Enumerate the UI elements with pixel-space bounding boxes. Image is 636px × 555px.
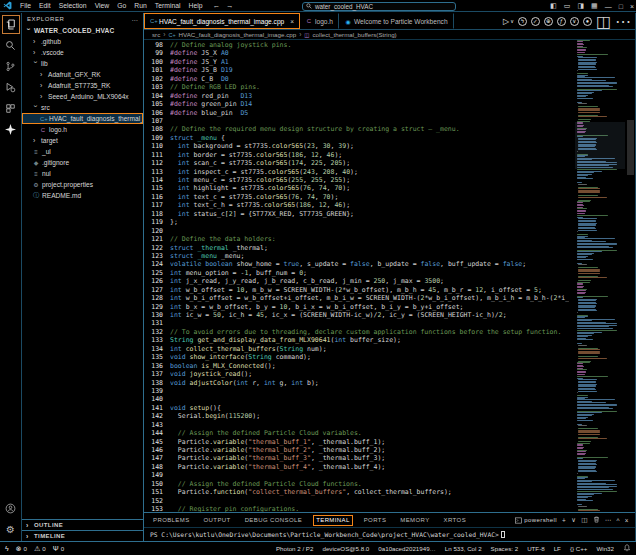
source-control-icon[interactable] xyxy=(2,57,20,76)
tree-item-water-cooled-hvac[interactable]: ›WATER_COOLED_HVAC xyxy=(22,25,143,36)
close-panel-icon[interactable]: × xyxy=(625,517,629,524)
status-errors[interactable]: ⊗0 xyxy=(16,545,27,553)
particle-flash-icon[interactable]: ϟ xyxy=(518,17,527,26)
panel-tab-terminal[interactable]: TERMINAL xyxy=(313,515,353,526)
menu-file[interactable]: File xyxy=(16,2,35,9)
forward-arrow-icon[interactable]: → xyxy=(226,1,234,10)
status-warnings[interactable]: ⚠0 xyxy=(34,545,46,553)
tree-item-project-properties[interactable]: ⚙project.properties xyxy=(22,179,143,190)
panel-tab-problems[interactable]: PROBLEMS xyxy=(150,515,193,526)
split-terminal-icon[interactable]: ◫ xyxy=(581,516,587,524)
tree-item-adafruit-gfx-rk[interactable]: ›Adafruit_GFX_RK xyxy=(22,69,143,80)
panel-tab-memory[interactable]: MEMORY xyxy=(397,515,432,526)
particle-compile-icon[interactable]: ✓ xyxy=(531,17,540,26)
menu-go[interactable]: Go xyxy=(113,2,130,9)
particle-cloud-flash-icon[interactable]: ⊕ xyxy=(544,17,553,26)
particle-monitor-icon[interactable]: ● xyxy=(583,17,592,26)
tree-item-lib[interactable]: ›lib xyxy=(22,58,143,69)
status-eol[interactable]: LF xyxy=(554,545,561,552)
search-value: water_cooled_HVAC xyxy=(315,3,373,10)
sidebar-section-outline[interactable]: ›OUTLINE xyxy=(22,519,143,530)
extensions-icon[interactable] xyxy=(2,99,20,118)
run-debug-icon[interactable] xyxy=(2,78,20,97)
code-text: void joystick_read(); xyxy=(170,370,569,378)
menu-selection[interactable]: Selection xyxy=(55,2,91,9)
settings-gear-icon[interactable]: ⚙ xyxy=(2,520,20,539)
git-file-icon: ◆ xyxy=(33,159,39,166)
terminal-content[interactable]: PS C:\Users\kutlu\OneDrive\Documents\Par… xyxy=(144,528,635,541)
menu-view[interactable]: View xyxy=(91,2,114,9)
toggle-secondary-sidebar-icon[interactable]: ◨ xyxy=(577,2,584,10)
tree-item-logo-h[interactable]: Clogo.h xyxy=(22,124,143,135)
minimize-icon[interactable]: — xyxy=(605,3,612,10)
menu-terminal[interactable]: Terminal xyxy=(151,2,185,9)
line-number: 135 xyxy=(144,353,170,361)
tab-welcome-to-particle-workbench[interactable]: ◉Welcome to Particle Workbench xyxy=(339,13,454,29)
status-remote-indicator[interactable]: ϟ xyxy=(5,545,9,552)
panel-tab-xrtos[interactable]: XRTOS xyxy=(441,515,469,526)
minimap[interactable] xyxy=(575,40,625,512)
explorer-icon[interactable] xyxy=(2,15,20,34)
sidebar-section-timeline[interactable]: ›TIMELINE xyxy=(22,530,143,541)
toggle-panel-icon[interactable]: ▭ xyxy=(564,2,571,10)
shell-label[interactable]: powershell xyxy=(515,517,557,524)
particle-download-icon[interactable]: ∨ xyxy=(570,17,579,26)
panel-tab-output[interactable]: OUTPUT xyxy=(201,515,234,526)
tab-hvac-fault-diagnosis-thermal-image-cpp[interactable]: C+HVAC_fault_diagnosis_thermal_image.cpp… xyxy=(144,13,300,29)
status-language-mode[interactable]: {} C++ xyxy=(570,545,588,552)
tree-item--github[interactable]: ›.github xyxy=(22,36,143,47)
close-icon[interactable]: × xyxy=(630,3,634,10)
tree-item-target[interactable]: ›target xyxy=(22,135,143,146)
search-sidebar-icon[interactable] xyxy=(2,36,20,55)
status-device-id[interactable]: 0a10aced2021949… xyxy=(378,545,435,552)
status-platform[interactable]: Win32 xyxy=(596,545,614,552)
tree-item-src[interactable]: ›src xyxy=(22,102,143,113)
minimap-slider[interactable] xyxy=(575,122,625,169)
menu-help[interactable]: Help xyxy=(184,2,206,9)
tab-logo-h[interactable]: Clogo.h xyxy=(300,13,339,29)
menu-run[interactable]: Run xyxy=(130,2,150,9)
breadcrumb-item[interactable]: src xyxy=(152,31,160,38)
tree-item-adafruit-st7735-rk[interactable]: ›Adafruit_ST7735_RK xyxy=(22,80,143,91)
more-actions-icon[interactable]: ⋯ xyxy=(615,12,631,31)
maximize-panel-icon[interactable]: ^ xyxy=(616,517,619,524)
tree-item-seeed-arduino-mlx9064x[interactable]: ›Seeed_Arduino_MLX9064x xyxy=(22,91,143,102)
tree-item--vscode[interactable]: ›.vscode xyxy=(22,47,143,58)
back-arrow-icon[interactable]: ← xyxy=(212,1,220,10)
split-editor-icon[interactable]: ◫ xyxy=(596,12,611,31)
account-icon[interactable] xyxy=(2,499,20,518)
breadcrumb-item[interactable]: collect_thermal_buffers(String) xyxy=(313,31,397,38)
status-encoding[interactable]: UTF-8 xyxy=(527,545,545,552)
status-indentation[interactable]: Spaces: 2 xyxy=(491,545,519,552)
status-device-target[interactable]: Photon 2 / P2 xyxy=(276,545,314,552)
panel-tab-ports[interactable]: PORTS xyxy=(361,515,390,526)
sidebar-more-actions[interactable]: ⋯ xyxy=(131,16,138,23)
code-editor[interactable]: 98// Define analog joystick pins.99#defi… xyxy=(144,40,635,512)
status-cursor-position[interactable]: Ln 533, Col 2 xyxy=(445,545,482,552)
status-device-os[interactable]: deviceOS@5.8.0 xyxy=(322,545,369,552)
tree-item--ul[interactable]: ≡_ul xyxy=(22,146,143,157)
particle-workbench-icon[interactable] xyxy=(2,120,20,139)
tree-item-hvac-fault-diagnosis-thermal-image-cpp[interactable]: C+HVAC_fault_diagnosis_thermal_image.cpp xyxy=(22,113,143,124)
notifications-bell-icon[interactable] xyxy=(623,544,631,553)
tree-item-nul[interactable]: ≡nul xyxy=(22,168,143,179)
toggle-primary-sidebar-icon[interactable]: ◧ xyxy=(550,2,557,10)
breadcrumb-item[interactable]: HVAC_fault_diagnosis_thermal_image.cpp xyxy=(179,31,297,38)
status-ports[interactable]: Ψ0 xyxy=(53,545,64,552)
run-or-debug-icon[interactable]: ▷∨ xyxy=(503,17,514,26)
terminal-dropdown-icon[interactable]: ∨ xyxy=(571,516,576,524)
editor-scrollbar[interactable] xyxy=(626,40,635,512)
panel-tab-debug-console[interactable]: DEBUG CONSOLE xyxy=(242,515,306,526)
new-terminal-icon[interactable]: + xyxy=(562,517,566,524)
more-actions-icon[interactable]: ⋯ xyxy=(605,516,612,524)
breadcrumb[interactable]: src›C+HVAC_fault_diagnosis_thermal_image… xyxy=(144,30,635,40)
tree-item--gitignore[interactable]: ◆.gitignore xyxy=(22,157,143,168)
close-icon[interactable]: × xyxy=(290,18,294,25)
command-center-search[interactable]: water_cooled_HVAC xyxy=(302,2,456,11)
particle-function-icon[interactable]: ƒ xyxy=(557,17,566,26)
maximize-icon[interactable]: □ xyxy=(619,3,623,10)
menu-edit[interactable]: Edit xyxy=(35,2,55,9)
kill-terminal-icon[interactable] xyxy=(593,516,600,524)
tree-item-readme-md[interactable]: ⓘREADME.md xyxy=(22,190,143,201)
customize-layout-icon[interactable]: ▦ xyxy=(591,2,598,10)
